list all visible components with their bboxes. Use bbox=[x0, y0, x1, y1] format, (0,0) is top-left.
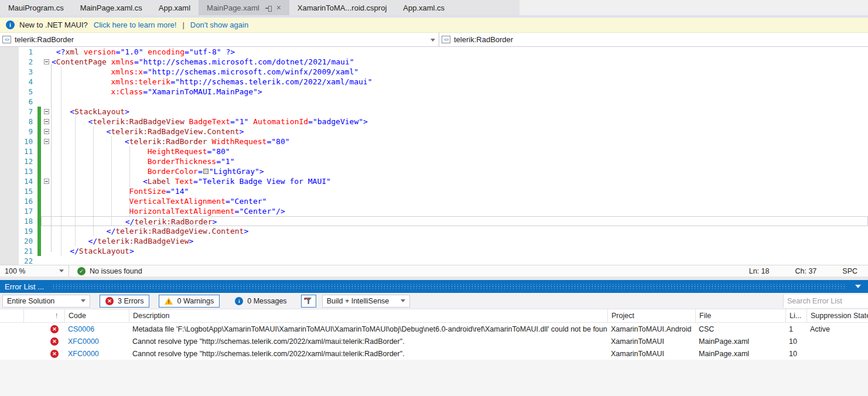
code-line[interactable]: 22 bbox=[0, 256, 868, 265]
code-text[interactable]: </telerik:RadBadgeView.Content> bbox=[52, 226, 868, 236]
header-file[interactable]: File bbox=[695, 309, 785, 322]
code-text[interactable]: x:Class="XamarinToMAUI.MainPage"> bbox=[52, 87, 868, 97]
code-text[interactable]: VerticalTextAlignment="Center" bbox=[52, 196, 868, 206]
code-line[interactable]: 4xmlns:telerik="http://schemas.telerik.c… bbox=[0, 77, 868, 87]
breakpoint-margin[interactable] bbox=[0, 146, 19, 156]
code-line[interactable]: 11HeightRequest="80" bbox=[0, 146, 868, 156]
learn-more-link[interactable]: Click here to learn more! bbox=[94, 21, 177, 29]
code-line[interactable]: 9<telerik:RadBadgeView.Content> bbox=[0, 127, 868, 136]
scope-select[interactable]: Entire Solution bbox=[2, 295, 90, 308]
code-line[interactable]: 20</telerik:RadBadgeView> bbox=[0, 236, 868, 246]
collapse-icon[interactable] bbox=[44, 119, 49, 124]
header-suppression[interactable]: Suppression State bbox=[807, 309, 868, 322]
breakpoint-margin[interactable] bbox=[0, 57, 19, 67]
error-code-link[interactable]: CS0006 bbox=[64, 325, 129, 333]
code-line[interactable]: 21</StackLayout> bbox=[0, 246, 868, 256]
breakpoint-margin[interactable] bbox=[0, 206, 19, 216]
code-line[interactable]: 10<telerik:RadBorder WidthRequest="80" bbox=[0, 136, 868, 146]
breakpoint-margin[interactable] bbox=[0, 246, 19, 256]
code-text[interactable]: HeightRequest="80" bbox=[52, 146, 868, 156]
collapse-icon[interactable] bbox=[44, 179, 49, 184]
code-line[interactable]: 14<Label Text="Telerik Badge View for MA… bbox=[0, 176, 868, 186]
header-line[interactable]: Li... bbox=[785, 309, 807, 322]
code-text[interactable]: <telerik:RadBadgeView BadgeText="1" Auto… bbox=[52, 117, 868, 127]
code-text[interactable]: </telerik:RadBorder> bbox=[52, 217, 867, 226]
error-row[interactable]: ✕XFC0000Cannot resolve type "http://sche… bbox=[0, 335, 868, 347]
breakpoint-margin[interactable] bbox=[0, 166, 19, 176]
filter-button[interactable] bbox=[301, 295, 316, 308]
tab-mainpage-xaml[interactable]: MainPage.xaml× bbox=[199, 0, 289, 15]
fold-margin[interactable] bbox=[41, 136, 52, 146]
code-text[interactable]: BorderThickness="1" bbox=[52, 156, 868, 166]
code-text[interactable]: HorizontalTextAlignment="Center"/> bbox=[52, 206, 868, 216]
header-project[interactable]: Project bbox=[607, 309, 695, 322]
breakpoint-margin[interactable] bbox=[0, 67, 19, 77]
space-mode[interactable]: SPC bbox=[842, 267, 857, 275]
pin-icon[interactable] bbox=[265, 5, 272, 11]
tab-app-xaml-cs[interactable]: App.xaml.cs bbox=[395, 0, 453, 15]
breakpoint-margin[interactable] bbox=[0, 226, 19, 236]
breakpoint-margin[interactable] bbox=[0, 186, 19, 196]
close-icon[interactable]: × bbox=[276, 4, 281, 12]
code-text[interactable] bbox=[52, 256, 868, 265]
error-code-link[interactable]: XFC0000 bbox=[64, 337, 129, 346]
code-line[interactable]: 13BorderColor="LightGray"> bbox=[0, 166, 868, 176]
code-text[interactable]: xmlns:x="http://schemas.microsoft.com/wi… bbox=[52, 67, 868, 77]
breakpoint-margin[interactable] bbox=[0, 77, 19, 87]
breakpoint-margin[interactable] bbox=[0, 117, 19, 127]
zoom-select[interactable]: 100 % bbox=[0, 265, 69, 276]
breakpoint-margin[interactable] bbox=[0, 107, 19, 117]
code-text[interactable]: xmlns:telerik="http://schemas.telerik.co… bbox=[52, 77, 868, 87]
code-line[interactable]: 15FontSize="14" bbox=[0, 186, 868, 196]
code-text[interactable]: <Label Text="Telerik Badge View for MAUI… bbox=[52, 176, 868, 186]
code-text[interactable]: FontSize="14" bbox=[52, 186, 868, 196]
messages-filter-button[interactable]: i 0 Messages bbox=[229, 295, 292, 308]
error-row[interactable]: ✕XFC0000Cannot resolve type "http://sche… bbox=[0, 347, 868, 360]
fold-margin[interactable] bbox=[41, 176, 52, 186]
code-text[interactable]: <?xml version="1.0" encoding="utf-8" ?> bbox=[52, 47, 868, 57]
breakpoint-margin[interactable] bbox=[0, 236, 19, 246]
fold-margin[interactable] bbox=[41, 57, 52, 67]
header-description[interactable]: Description bbox=[129, 309, 607, 322]
window-position-icon[interactable] bbox=[855, 285, 861, 288]
code-editor[interactable]: 1<?xml version="1.0" encoding="utf-8" ?>… bbox=[0, 47, 868, 265]
code-text[interactable] bbox=[52, 97, 868, 107]
element-dropdown-left[interactable]: <> telerik:RadBorder bbox=[0, 33, 439, 46]
tab-mainpage-xaml-cs[interactable]: MainPage.xaml.cs bbox=[72, 0, 151, 15]
code-line[interactable]: 6 bbox=[0, 97, 868, 107]
code-line[interactable]: 18</telerik:RadBorder> bbox=[0, 216, 868, 226]
warnings-filter-button[interactable]: 0 Warnings bbox=[159, 295, 220, 308]
code-text[interactable]: <ContentPage xmlns="http://schemas.micro… bbox=[52, 57, 868, 67]
code-line[interactable]: 17HorizontalTextAlignment="Center"/> bbox=[0, 206, 868, 216]
breakpoint-margin[interactable] bbox=[0, 127, 19, 136]
code-line[interactable]: 1<?xml version="1.0" encoding="utf-8" ?> bbox=[0, 47, 868, 57]
element-dropdown-right[interactable]: <> telerik:RadBorder bbox=[439, 33, 868, 46]
code-text[interactable]: </telerik:RadBadgeView> bbox=[52, 236, 868, 246]
breakpoint-margin[interactable] bbox=[0, 47, 19, 57]
collapse-icon[interactable] bbox=[44, 139, 49, 144]
error-row[interactable]: ✕CS0006Metadata file 'F:\LogbotApp\Xamar… bbox=[0, 323, 868, 335]
tab-xamarintoma-roid-csproj[interactable]: XamarinToMA...roid.csproj bbox=[289, 0, 395, 15]
code-line[interactable]: 8<telerik:RadBadgeView BadgeText="1" Aut… bbox=[0, 117, 868, 127]
code-text[interactable]: <StackLayout> bbox=[52, 107, 868, 117]
fold-margin[interactable] bbox=[41, 107, 52, 117]
collapse-icon[interactable] bbox=[44, 109, 49, 114]
breakpoint-margin[interactable] bbox=[0, 87, 19, 97]
breakpoint-margin[interactable] bbox=[0, 156, 19, 166]
fold-margin[interactable] bbox=[41, 117, 52, 127]
collapse-icon[interactable] bbox=[44, 129, 49, 134]
code-line[interactable]: 3xmlns:x="http://schemas.microsoft.com/w… bbox=[0, 67, 868, 77]
error-list-title-bar[interactable]: Error List ... bbox=[0, 280, 868, 293]
header-code[interactable]: Code bbox=[64, 309, 129, 322]
breakpoint-margin[interactable] bbox=[0, 196, 19, 206]
dismiss-link[interactable]: Don't show again bbox=[190, 21, 248, 29]
search-input[interactable] bbox=[784, 295, 868, 308]
code-text[interactable]: </StackLayout> bbox=[52, 246, 868, 256]
code-line[interactable]: 7<StackLayout> bbox=[0, 107, 868, 117]
code-line[interactable]: 12BorderThickness="1" bbox=[0, 156, 868, 166]
code-text[interactable]: <telerik:RadBadgeView.Content> bbox=[52, 127, 868, 136]
breakpoint-margin[interactable] bbox=[0, 176, 19, 186]
errors-filter-button[interactable]: ✕ 3 Errors bbox=[100, 295, 149, 308]
error-code-link[interactable]: XFC0000 bbox=[64, 350, 129, 358]
breakpoint-margin[interactable] bbox=[0, 97, 19, 107]
